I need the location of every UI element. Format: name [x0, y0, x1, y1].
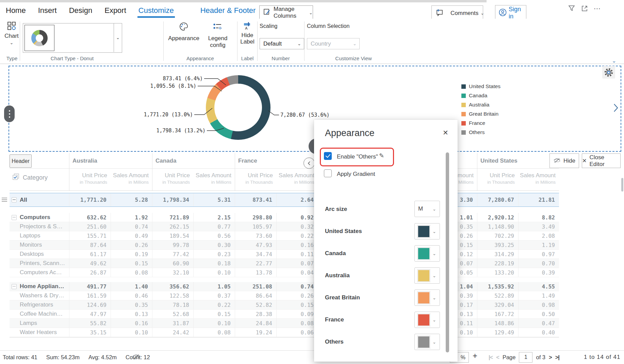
- page-number-input[interactable]: 1: [519, 352, 532, 363]
- chart-settings-button[interactable]: [602, 66, 615, 79]
- legend-item[interactable]: Canada: [461, 93, 500, 99]
- header-toggle-button[interactable]: Header: [10, 154, 32, 168]
- table-row[interactable]: Computers632.621.92721.892.15298.800.921…: [10, 213, 559, 222]
- manage-columns-button[interactable]: Manage Columns ⌄: [259, 5, 313, 20]
- row-drag-handle-icon[interactable]: [2, 198, 7, 203]
- close-editor-button[interactable]: ✕ Close Editor: [582, 153, 621, 168]
- enable-others-checkbox[interactable]: [324, 152, 332, 160]
- menu-item-home[interactable]: Home: [5, 3, 27, 18]
- color-picker-united-states[interactable]: ⌄: [414, 223, 440, 239]
- last-page-icon[interactable]: >|: [555, 354, 559, 361]
- color-swatch: [418, 292, 429, 303]
- measure-header-au_sa[interactable]: Sales Amountin Millions: [111, 169, 152, 191]
- table-row[interactable]: Lamps55.820.1631.870.1024.840.080.11148.…: [10, 319, 559, 328]
- dialog-close-icon[interactable]: ✕: [443, 129, 448, 137]
- legend-item[interactable]: France: [461, 120, 500, 126]
- table-row[interactable]: Refrigerators124.690.3578.180.2252.820.1…: [10, 300, 559, 310]
- measure-unit: in Millions: [193, 180, 231, 185]
- chevron-down-icon: ⌄: [353, 41, 357, 46]
- country-group-header-canada[interactable]: Canada: [152, 153, 235, 168]
- cell-au_sa: 0.46: [111, 291, 152, 300]
- cell-au_up: 49.62: [69, 259, 111, 268]
- cell-ca_sa: 0.15: [193, 310, 235, 318]
- donut-chart-thumbnail[interactable]: [24, 25, 54, 51]
- measure-header-us_sa[interactable]: Sales Amountin Millions: [518, 169, 559, 191]
- legend-item[interactable]: Australia: [461, 102, 500, 108]
- group-label-chart-type: Chart Type - Donut: [23, 55, 121, 61]
- table-row[interactable]: Coffee Machin…47.970.1352.680.1528.380.0…: [10, 310, 559, 319]
- prev-page-icon[interactable]: <: [496, 354, 499, 361]
- dialog-scrollbar[interactable]: [446, 152, 449, 352]
- scaling-select[interactable]: Default ⌄: [260, 38, 304, 49]
- filter-icon[interactable]: [568, 4, 576, 13]
- expand-icon[interactable]: [580, 4, 589, 13]
- apply-gradient-checkbox[interactable]: [324, 169, 332, 177]
- measure-header-fr_sa[interactable]: Sales Amountin Millions: [276, 169, 318, 191]
- cell-fr_up: 86.64: [235, 291, 276, 300]
- menu-item-header-footer[interactable]: Header & Footer: [199, 3, 257, 18]
- table-row[interactable]: Printers, Scann…49.620.1560.900.1822.770…: [10, 259, 559, 268]
- table-row[interactable]: Projectors & S…251.600.74262.150.77105.9…: [10, 222, 559, 231]
- table-row[interactable]: Water Heaters35.150.1024.420.0819.240.06…: [10, 328, 559, 337]
- widget-drag-handle[interactable]: [4, 105, 15, 122]
- table-row[interactable]: All1,771.205.281,798.345.31873.412.643.3…: [10, 193, 559, 207]
- chevron-down-icon: ⌄: [432, 206, 436, 212]
- legend-item[interactable]: Others: [461, 129, 500, 135]
- color-swatch: [418, 226, 429, 237]
- menu-item-insert[interactable]: Insert: [37, 3, 58, 18]
- table-row[interactable]: Laptops155.710.49189.540.5673.600.220.26…: [10, 231, 559, 241]
- legend-item[interactable]: Great Britain: [461, 111, 500, 117]
- collapse-icon[interactable]: [12, 284, 17, 289]
- cell-ca_up: 31.87: [152, 319, 193, 328]
- ribbon: Chart ⌄ Type ⌄ Chart Type - Donut Appear…: [0, 19, 624, 64]
- category-header[interactable]: Category: [12, 173, 48, 182]
- apply-gradient-label: Apply Gradient: [337, 171, 375, 178]
- table-row[interactable]: Home Applian…491.771.40356.621.05251.080…: [10, 282, 559, 291]
- arc-size-select[interactable]: M ⌄: [414, 201, 440, 217]
- scroll-columns-left-button[interactable]: [303, 158, 315, 169]
- measure-header-ca_sa[interactable]: Sales Amountin Millions: [193, 169, 235, 191]
- table-row[interactable]: Desktops61.170.1977.420.2334.740.110.123…: [10, 250, 559, 259]
- chart-type-gallery[interactable]: [23, 23, 122, 53]
- legend-item[interactable]: United States: [461, 83, 500, 89]
- color-picker-france[interactable]: ⌄: [414, 312, 440, 328]
- zoom-in-button[interactable]: +: [473, 351, 477, 361]
- cell-fr_sa: 0.15: [276, 300, 318, 309]
- menu-item-export[interactable]: Export: [103, 3, 127, 18]
- column-selection-select[interactable]: Country ⌄: [307, 38, 360, 49]
- color-picker-great-britain[interactable]: ⌄: [414, 289, 440, 306]
- table-row[interactable]: Monitors87.640.2699.780.3047.930.160.153…: [10, 241, 559, 250]
- menu-item-design[interactable]: Design: [68, 3, 93, 18]
- hide-label-button[interactable]: A Hide Label: [238, 21, 257, 45]
- measure-header-ca_up[interactable]: Unit Pricein Thousands: [152, 169, 193, 191]
- table-row[interactable]: Computers Ac…26.870.0832.100.1013.780.04…: [10, 268, 559, 277]
- measure-header-au_up[interactable]: Unit Pricein Thousands: [69, 169, 111, 191]
- chart-type-menu-button[interactable]: Chart ⌄: [4, 21, 19, 45]
- eye-off-icon[interactable]: [132, 354, 140, 361]
- appearance-button[interactable]: Appearance: [168, 21, 199, 42]
- color-picker-australia[interactable]: ⌄: [414, 267, 440, 284]
- country-group-header-united-states[interactable]: United States: [477, 153, 560, 168]
- collapse-ribbon-icon[interactable]: ⌄: [612, 57, 616, 64]
- color-picker-canada[interactable]: ⌄: [414, 245, 440, 262]
- hide-button[interactable]: Hide: [549, 153, 579, 168]
- vertical-scrollbar[interactable]: [621, 178, 623, 192]
- first-page-icon[interactable]: |<: [489, 354, 493, 361]
- collapse-icon[interactable]: [12, 197, 17, 202]
- edit-pencil-icon[interactable]: ✎: [379, 152, 384, 160]
- donut-chart[interactable]: [206, 75, 270, 140]
- more-options-icon[interactable]: ⋯: [593, 4, 602, 13]
- menu-item-customize[interactable]: Customize: [137, 3, 175, 18]
- color-picker-others[interactable]: ⌄: [414, 334, 440, 350]
- measure-header-fr_up[interactable]: Unit Pricein Thousands: [235, 169, 276, 191]
- collapse-icon[interactable]: [12, 215, 17, 220]
- chart-gallery-dropdown[interactable]: ⌄: [114, 23, 122, 52]
- cell-au_sa: 0.16: [111, 319, 152, 328]
- cell-fr_up: 34.74: [235, 250, 276, 259]
- carousel-next-icon[interactable]: [613, 103, 619, 114]
- country-group-header-australia[interactable]: Australia: [69, 153, 152, 168]
- next-page-icon[interactable]: >: [549, 354, 552, 361]
- table-row[interactable]: Washers & Dry…161.590.46122.580.3786.640…: [10, 291, 559, 300]
- measure-header-us_up[interactable]: Unit Pricein Thousands: [477, 169, 518, 191]
- legend-config-button[interactable]: Legend config: [201, 21, 235, 49]
